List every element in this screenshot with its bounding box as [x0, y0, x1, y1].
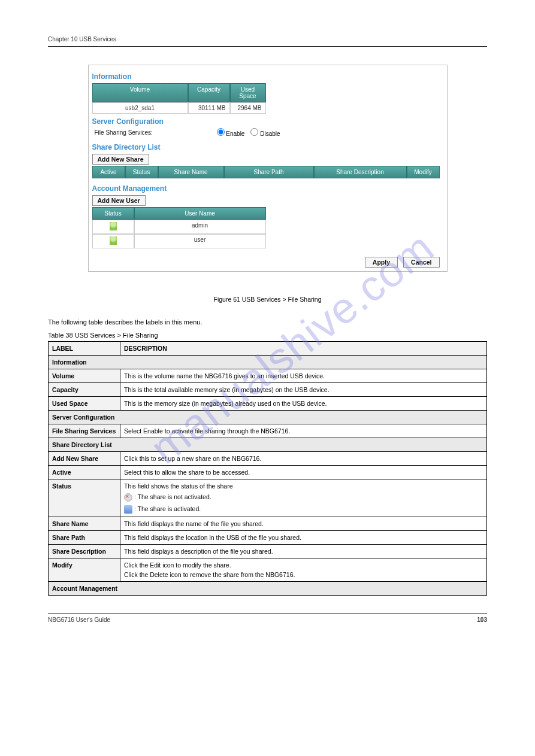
- th-label: LABEL: [49, 342, 120, 356]
- cell-capacity: 30111 MB: [188, 102, 230, 114]
- desc-share-name: This field displays the name of the file…: [120, 517, 487, 531]
- radio-enable[interactable]: Enable: [214, 128, 245, 137]
- col-capacity: Capacity: [188, 83, 230, 102]
- footer-page: 103: [477, 617, 487, 623]
- active-icon: [124, 505, 132, 514]
- footer-left: NBG6716 User's Guide: [48, 617, 110, 623]
- col-modify: Modify: [407, 166, 440, 178]
- table-row: usb2_sda1 30111 MB 2964 MB: [92, 102, 266, 114]
- description-table: LABEL DESCRIPTION Information Volume Thi…: [48, 341, 487, 596]
- add-new-share-button[interactable]: Add New Share: [92, 154, 149, 165]
- cell-username: admin: [134, 220, 266, 234]
- radio-disable[interactable]: Disable: [248, 128, 280, 137]
- col-share-desc: Share Description: [314, 166, 407, 178]
- modify-line2: Click the Delete icon to remove the shar…: [124, 571, 483, 578]
- cell-volume: usb2_sda1: [92, 102, 188, 114]
- col-user-name: User Name: [134, 207, 266, 220]
- table-row: user: [92, 234, 266, 248]
- section-account-mgmt: Account Management: [92, 184, 443, 193]
- cell-used: 2964 MB: [230, 102, 266, 114]
- status-line2: : The share is not activated.: [134, 493, 211, 500]
- desc-file-sharing: Select Enable to activate file sharing t…: [120, 424, 487, 438]
- desc-used-space: This is the memory size (in megabytes) a…: [120, 397, 487, 411]
- user-icon: [110, 236, 117, 245]
- grp-account-mgmt: Account Management: [49, 582, 487, 596]
- desc-active: Select this to allow the share to be acc…: [120, 466, 487, 479]
- col-status: Status: [125, 166, 158, 178]
- lbl-add-new-share: Add New Share: [49, 452, 120, 466]
- th-description: DESCRIPTION: [120, 342, 487, 356]
- grp-info: Information: [49, 356, 487, 369]
- status-line3: : The share is activated.: [134, 505, 201, 512]
- modify-line1: Click the Edit icon to modify the share.: [124, 561, 483, 569]
- col-acct-status: Status: [92, 207, 134, 220]
- desc-volume: This is the volume name the NBG6716 give…: [120, 369, 487, 383]
- user-icon: [110, 222, 117, 230]
- footer-divider: [48, 614, 487, 614]
- lbl-share-name: Share Name: [49, 517, 120, 531]
- section-information: Information: [92, 72, 443, 81]
- grp-server-config: Server Configuration: [49, 411, 487, 424]
- file-sharing-label: File Sharing Services:: [95, 129, 214, 136]
- lbl-file-sharing: File Sharing Services: [49, 424, 120, 438]
- lbl-share-desc: Share Description: [49, 545, 120, 558]
- table-intro: The following table describes the labels…: [48, 318, 487, 326]
- col-share-path: Share Path: [224, 166, 314, 178]
- grp-share-dir: Share Directory List: [49, 438, 487, 452]
- cancel-button[interactable]: Cancel: [403, 257, 439, 268]
- settings-panel: Information Volume Capacity Used Space u…: [88, 65, 448, 272]
- enable-text: Enable: [226, 130, 244, 137]
- desc-status: This field shows the status of the share…: [120, 479, 487, 517]
- col-share-name: Share Name: [158, 166, 224, 178]
- inactive-icon: [124, 493, 132, 502]
- cell-username: user: [134, 234, 266, 248]
- section-server-config: Server Configuration: [92, 117, 443, 126]
- disable-text: Disable: [260, 130, 280, 137]
- lbl-active: Active: [49, 466, 120, 479]
- desc-share-desc: This field displays a description of the…: [120, 545, 487, 558]
- col-used-space: Used Space: [230, 83, 266, 102]
- status-line1: This field shows the status of the share: [124, 482, 483, 490]
- lbl-capacity: Capacity: [49, 383, 120, 397]
- lbl-volume: Volume: [49, 369, 120, 383]
- table-caption: Table 38 USB Services > File Sharing: [48, 332, 487, 339]
- desc-modify: Click the Edit icon to modify the share.…: [120, 558, 487, 582]
- desc-capacity: This is the total available memory size …: [120, 383, 487, 397]
- lbl-status: Status: [49, 479, 120, 517]
- lbl-modify: Modify: [49, 558, 120, 582]
- header-divider: [48, 46, 487, 47]
- figure-caption: Figure 61 USB Services > File Sharing: [48, 296, 487, 303]
- lbl-share-path: Share Path: [49, 531, 120, 545]
- header-chapter: Chapter 10 USB Services: [48, 36, 487, 42]
- col-volume: Volume: [92, 83, 188, 102]
- section-share-dir: Share Directory List: [92, 143, 443, 151]
- apply-button[interactable]: Apply: [365, 257, 398, 268]
- lbl-used-space: Used Space: [49, 397, 120, 411]
- desc-add-new-share: Click this to set up a new share on the …: [120, 452, 487, 466]
- col-active: Active: [92, 166, 125, 178]
- table-row: admin: [92, 220, 266, 234]
- desc-share-path: This field displays the location in the …: [120, 531, 487, 545]
- add-new-user-button[interactable]: Add New User: [92, 195, 146, 206]
